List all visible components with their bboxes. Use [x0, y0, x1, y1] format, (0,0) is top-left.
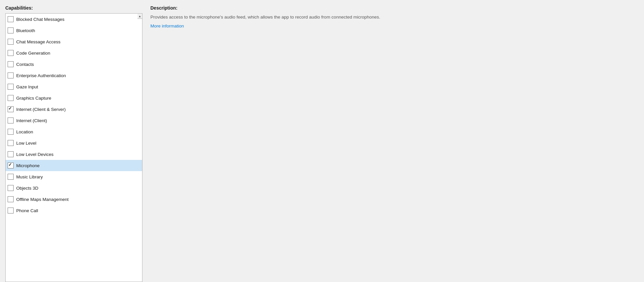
checkbox-blocked-chat-messages[interactable]	[8, 16, 14, 22]
checkbox-code-generation[interactable]	[8, 50, 14, 56]
checkbox-bluetooth[interactable]	[8, 27, 14, 33]
checkbox-location[interactable]	[8, 129, 14, 135]
capability-label-phone-call: Phone Call	[16, 208, 38, 213]
checkbox-enterprise-authentication[interactable]	[8, 72, 14, 78]
checkbox-gaze-input[interactable]	[8, 84, 14, 90]
right-panel: Description: Provides access to the micr…	[142, 5, 644, 282]
description-text: Provides access to the microphone's audi…	[150, 14, 449, 21]
scrollbar-up-arrow[interactable]: ▲	[137, 14, 142, 19]
capability-item-enterprise-authentication[interactable]: Enterprise Authentication	[6, 70, 142, 81]
capability-label-gaze-input: Gaze Input	[16, 84, 38, 89]
capability-label-code-generation: Code Generation	[16, 51, 50, 56]
capability-item-internet-client[interactable]: Internet (Client)	[6, 115, 142, 126]
checkbox-graphics-capture[interactable]	[8, 95, 14, 101]
capability-item-low-level-devices[interactable]: Low Level Devices	[6, 149, 142, 160]
capability-item-gaze-input[interactable]: Gaze Input	[6, 81, 142, 92]
checkbox-internet-client-server[interactable]	[8, 106, 14, 112]
capability-item-location[interactable]: Location	[6, 126, 142, 137]
capability-label-microphone: Microphone	[16, 163, 40, 168]
capability-label-chat-message-access: Chat Message Access	[16, 39, 61, 44]
capability-label-location: Location	[16, 129, 33, 134]
capability-label-internet-client: Internet (Client)	[16, 118, 47, 123]
checkbox-contacts[interactable]	[8, 61, 14, 67]
capability-item-code-generation[interactable]: Code Generation	[6, 47, 142, 59]
capabilities-list-container: ▲ Blocked Chat MessagesBluetoothChat Mes…	[5, 13, 142, 282]
capability-item-blocked-chat-messages[interactable]: Blocked Chat Messages	[6, 14, 142, 25]
capability-label-internet-client-server: Internet (Client & Server)	[16, 107, 66, 112]
left-panel: Capabilities: ▲ Blocked Chat MessagesBlu…	[0, 5, 142, 282]
checkbox-low-level-devices[interactable]	[8, 151, 14, 157]
capability-item-offline-maps-management[interactable]: Offline Maps Management	[6, 194, 142, 205]
capabilities-header: Capabilities:	[5, 5, 142, 11]
capability-label-low-level: Low Level	[16, 141, 36, 146]
capability-item-music-library[interactable]: Music Library	[6, 171, 142, 182]
checkbox-low-level[interactable]	[8, 140, 14, 146]
checkbox-microphone[interactable]	[8, 163, 14, 168]
checkbox-phone-call[interactable]	[8, 208, 14, 213]
checkbox-objects-3d[interactable]	[8, 185, 14, 191]
capability-label-contacts: Contacts	[16, 62, 34, 67]
capabilities-list[interactable]: Blocked Chat MessagesBluetoothChat Messa…	[6, 14, 142, 282]
capability-label-objects-3d: Objects 3D	[16, 186, 38, 191]
checkbox-chat-message-access[interactable]	[8, 39, 14, 45]
capability-item-chat-message-access[interactable]: Chat Message Access	[6, 36, 142, 47]
capability-item-microphone[interactable]: Microphone	[6, 160, 142, 171]
checkbox-music-library[interactable]	[8, 174, 14, 180]
capability-label-music-library: Music Library	[16, 174, 43, 179]
capability-label-bluetooth: Bluetooth	[16, 28, 35, 33]
more-info-link[interactable]: More information	[150, 24, 184, 28]
capability-label-blocked-chat-messages: Blocked Chat Messages	[16, 17, 65, 22]
checkbox-internet-client[interactable]	[8, 118, 14, 123]
capability-item-bluetooth[interactable]: Bluetooth	[6, 25, 142, 36]
description-header: Description:	[150, 5, 636, 11]
capability-label-graphics-capture: Graphics Capture	[16, 96, 51, 101]
capability-item-internet-client-server[interactable]: Internet (Client & Server)	[6, 104, 142, 115]
main-container: Capabilities: ▲ Blocked Chat MessagesBlu…	[0, 0, 644, 282]
capability-item-contacts[interactable]: Contacts	[6, 59, 142, 70]
capability-item-phone-call[interactable]: Phone Call	[6, 205, 142, 216]
capability-item-objects-3d[interactable]: Objects 3D	[6, 182, 142, 194]
capability-label-offline-maps-management: Offline Maps Management	[16, 197, 69, 202]
capability-label-enterprise-authentication: Enterprise Authentication	[16, 73, 66, 78]
checkbox-offline-maps-management[interactable]	[8, 196, 14, 202]
capability-item-low-level[interactable]: Low Level	[6, 137, 142, 149]
capability-item-graphics-capture[interactable]: Graphics Capture	[6, 92, 142, 104]
capability-label-low-level-devices: Low Level Devices	[16, 152, 54, 157]
